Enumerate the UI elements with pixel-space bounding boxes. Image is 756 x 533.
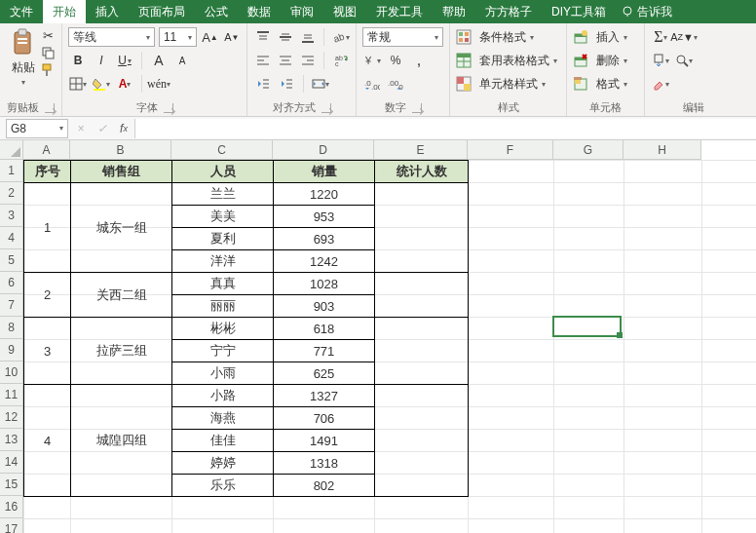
row-header-11[interactable]: 11 <box>0 384 23 406</box>
align-top-icon[interactable] <box>253 27 272 47</box>
fill-color-button[interactable]: ▾ <box>92 74 111 94</box>
chevron-down-icon: ▾ <box>21 78 25 87</box>
tab-1[interactable]: 开始 <box>43 0 86 23</box>
row-header-13[interactable]: 13 <box>0 429 23 451</box>
decrease-font-icon[interactable]: A▼ <box>223 27 241 47</box>
col-header-H[interactable]: H <box>624 140 701 160</box>
increase-font-alt-icon[interactable]: A <box>149 51 169 70</box>
dialog-launcher-icon[interactable] <box>45 103 55 113</box>
dialog-launcher-icon[interactable] <box>164 103 173 113</box>
paste-button[interactable]: 粘贴 ▾ <box>6 25 40 90</box>
formula-input[interactable] <box>134 119 756 138</box>
tab-4[interactable]: 公式 <box>195 0 238 23</box>
italic-button[interactable]: I <box>92 51 111 70</box>
col-header-F[interactable]: F <box>468 140 553 160</box>
cell-stat <box>375 183 469 273</box>
tab-3[interactable]: 页面布局 <box>129 0 195 23</box>
orientation-icon[interactable]: ab▾ <box>331 27 350 47</box>
align-middle-icon[interactable] <box>276 27 294 47</box>
insert-cells-button[interactable]: 插入▾ <box>573 25 638 49</box>
fill-icon[interactable]: ▾ <box>651 51 670 70</box>
tab-2[interactable]: 插入 <box>86 0 129 23</box>
increase-decimal-icon[interactable]: .0.00 <box>362 74 382 94</box>
sort-filter-icon[interactable]: AZ▼▾ <box>674 27 694 47</box>
currency-icon[interactable]: ¥▾ <box>362 51 382 70</box>
group-label-editing: 编辑 <box>683 100 704 115</box>
tab-5[interactable]: 数据 <box>238 0 281 23</box>
row-header-5[interactable]: 5 <box>0 249 23 272</box>
align-bottom-icon[interactable] <box>298 27 317 47</box>
clear-icon[interactable]: ▾ <box>651 74 670 94</box>
number-format-combo[interactable]: 常规▾ <box>362 27 443 47</box>
align-left-icon[interactable] <box>253 51 272 70</box>
select-all-corner[interactable] <box>0 140 23 160</box>
align-center-icon[interactable] <box>276 51 294 70</box>
row-header-16[interactable]: 16 <box>0 496 23 518</box>
tab-9[interactable]: 帮助 <box>433 0 475 23</box>
row-header-10[interactable]: 10 <box>0 362 23 384</box>
dialog-launcher-icon[interactable] <box>412 103 422 113</box>
conditional-format-button[interactable]: 条件格式▾ <box>456 25 560 49</box>
cell-person: 丽丽 <box>172 295 274 318</box>
group-editing: Σ▾ AZ▼▾ ▾ ▾ ▾ 编辑 <box>645 23 742 116</box>
row-header-9[interactable]: 9 <box>0 339 23 362</box>
font-name-combo[interactable]: 等线▾ <box>68 27 155 47</box>
tab-8[interactable]: 开发工具 <box>366 0 433 23</box>
percent-icon[interactable]: % <box>386 51 405 70</box>
row-header-15[interactable]: 15 <box>0 474 23 496</box>
cell-styles-button[interactable]: 单元格样式▾ <box>456 72 560 95</box>
fx-icon[interactable]: fx <box>113 119 134 138</box>
bold-button[interactable]: B <box>68 51 88 70</box>
tell-me[interactable]: 告诉我 <box>622 4 672 20</box>
borders-button[interactable]: ▾ <box>68 74 88 94</box>
col-header-A[interactable]: A <box>23 140 70 160</box>
row-header-1[interactable]: 1 <box>0 160 23 182</box>
row-header-14[interactable]: 14 <box>0 451 23 474</box>
autosum-icon[interactable]: Σ▾ <box>651 27 670 47</box>
tab-11[interactable]: DIY工具箱 <box>542 0 616 23</box>
row-header-17[interactable]: 17 <box>0 518 23 533</box>
delete-cells-button[interactable]: 删除▾ <box>573 49 638 72</box>
col-header-E[interactable]: E <box>374 140 468 160</box>
increase-indent-icon[interactable] <box>277 74 296 94</box>
tab-7[interactable]: 视图 <box>323 0 366 23</box>
col-header-D[interactable]: D <box>273 140 374 160</box>
dialog-launcher-icon[interactable] <box>321 103 331 113</box>
phonetic-button[interactable]: wén▾ <box>149 74 169 94</box>
decrease-font-alt-icon[interactable]: A <box>172 51 192 70</box>
row-header-7[interactable]: 7 <box>0 294 23 317</box>
tab-0[interactable]: 文件 <box>0 0 43 23</box>
merge-cells-icon[interactable]: ▾ <box>311 74 330 94</box>
tab-6[interactable]: 审阅 <box>281 0 323 23</box>
comma-icon[interactable]: , <box>409 51 429 70</box>
col-header-C[interactable]: C <box>171 140 273 160</box>
enter-icon[interactable]: ✓ <box>92 119 113 138</box>
col-header-G[interactable]: G <box>553 140 624 160</box>
underline-button[interactable]: U▾ <box>115 51 134 70</box>
font-color-button[interactable]: A▾ <box>115 74 134 94</box>
row-header-6[interactable]: 6 <box>0 272 23 294</box>
table-format-button[interactable]: 套用表格格式▾ <box>456 49 560 72</box>
increase-font-icon[interactable]: A▲ <box>201 27 218 47</box>
tab-10[interactable]: 方方格子 <box>475 0 542 23</box>
align-right-icon[interactable] <box>298 51 317 70</box>
name-box[interactable]: G8▾ <box>6 119 68 138</box>
row-header-12[interactable]: 12 <box>0 406 23 429</box>
decrease-decimal-icon[interactable]: .00.0 <box>386 74 405 94</box>
col-header-B[interactable]: B <box>70 140 171 160</box>
format-cells-button[interactable]: 格式▾ <box>573 72 638 95</box>
row-header-2[interactable]: 2 <box>0 182 23 205</box>
row-header-8[interactable]: 8 <box>0 317 23 339</box>
format-painter-icon[interactable] <box>40 62 56 78</box>
wrap-text-icon[interactable]: abc <box>331 51 350 70</box>
row-header-4[interactable]: 4 <box>0 227 23 249</box>
font-size-combo[interactable]: 11▾ <box>159 27 197 47</box>
grid[interactable]: 序号销售组人员销量统计人数1城东一组兰兰1220美美953夏利693洋洋1242… <box>23 160 756 533</box>
svg-rect-7 <box>46 51 54 58</box>
copy-icon[interactable] <box>40 45 56 60</box>
decrease-indent-icon[interactable] <box>253 74 273 94</box>
cut-icon[interactable]: ✂ <box>40 27 56 43</box>
cancel-icon[interactable]: × <box>70 119 92 138</box>
find-icon[interactable]: ▾ <box>674 51 694 70</box>
row-header-3[interactable]: 3 <box>0 205 23 227</box>
